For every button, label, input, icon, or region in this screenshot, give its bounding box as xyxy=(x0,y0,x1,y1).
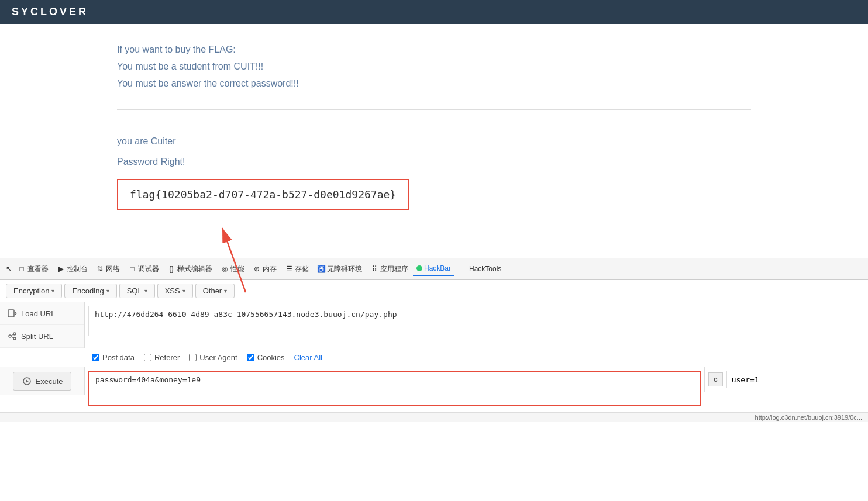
divider xyxy=(117,109,751,110)
status-text: http://log.c3dn.net/buuoj.cn:3919/0c... xyxy=(755,414,862,421)
referer-checkbox[interactable] xyxy=(144,354,151,361)
toolbar-hackbar[interactable]: HackBar xyxy=(413,262,454,276)
encoding-label: Encoding xyxy=(72,286,104,295)
site-title: SYCLOVER xyxy=(12,6,88,18)
style-icon: {} xyxy=(167,265,175,273)
xss-label: XSS xyxy=(165,286,180,295)
cookies-key-label[interactable]: c xyxy=(708,372,723,386)
intro-line3: You must be answer the correct password!… xyxy=(117,75,751,92)
console-icon: ▶ xyxy=(57,265,65,273)
encoding-dropdown-icon: ▾ xyxy=(106,288,109,294)
page-wrapper: SYCLOVER If you want to buy the FLAG: Yo… xyxy=(0,0,868,422)
user-agent-checkbox[interactable] xyxy=(189,354,197,361)
post-data-label: Post data xyxy=(102,353,135,362)
url-input[interactable]: http://476dd264-6610-4d89-a83c-107556657… xyxy=(88,306,864,336)
load-url-button[interactable]: Load URL xyxy=(0,302,84,325)
intro-line1: If you want to buy the FLAG: xyxy=(117,42,751,58)
post-data-checkbox[interactable] xyxy=(92,354,99,361)
toolbar-storage[interactable]: ☰ 存储 xyxy=(281,262,312,277)
xss-button[interactable]: XSS ▾ xyxy=(157,284,193,298)
hacktools-label: HackTools xyxy=(469,265,501,273)
encryption-dropdown-icon: ▾ xyxy=(51,288,54,294)
performance-label: 性能 xyxy=(230,264,244,274)
storage-label: 存储 xyxy=(295,264,309,274)
intro-line2: You must be a student from CUIT!!! xyxy=(117,58,751,75)
main-content: If you want to buy the FLAG: You must be… xyxy=(0,24,868,258)
clear-all-button[interactable]: Clear All xyxy=(294,353,322,362)
load-url-icon xyxy=(7,308,18,319)
referer-option[interactable]: Referer xyxy=(144,353,180,362)
execute-label: Execute xyxy=(36,377,63,386)
post-data-input[interactable]: password=404a&money=1e9 xyxy=(88,371,701,406)
hackbar-panel: Load URL Split URL xyxy=(0,302,868,412)
svg-marker-11 xyxy=(26,379,29,383)
cookies-label: Cookies xyxy=(257,353,285,362)
execute-button[interactable]: Execute xyxy=(13,372,72,391)
load-url-label: Load URL xyxy=(21,309,56,318)
debugger-label: 调试器 xyxy=(138,264,159,274)
flag-box: flag{10205ba2-d707-472a-b527-d0e01d9267a… xyxy=(117,179,409,210)
toolbar-console[interactable]: ▶ 控制台 xyxy=(53,262,91,277)
app-label: 应用程序 xyxy=(380,264,408,274)
url-input-area: http://476dd264-6610-4d89-a83c-107556657… xyxy=(85,302,868,348)
cursor-icon[interactable]: ↖ xyxy=(5,265,13,273)
left-buttons: Load URL Split URL xyxy=(0,302,85,348)
toolbar-accessibility[interactable]: ♿ 无障碍环境 xyxy=(314,262,366,277)
accessibility-icon: ♿ xyxy=(317,265,325,273)
svg-rect-2 xyxy=(8,310,14,317)
toolbar-hacktools[interactable]: — HackTools xyxy=(456,262,505,275)
encryption-button[interactable]: Encryption ▾ xyxy=(6,284,62,298)
accessibility-label: 无障碍环境 xyxy=(327,264,362,274)
app-icon: ⠿ xyxy=(370,265,378,273)
other-dropdown-icon: ▾ xyxy=(224,288,227,294)
user-agent-option[interactable]: User Agent xyxy=(189,353,237,362)
svg-line-3 xyxy=(15,312,16,313)
cookies-area: c xyxy=(704,367,868,392)
encoding-button[interactable]: Encoding ▾ xyxy=(64,284,116,298)
network-label: 网络 xyxy=(106,264,120,274)
hackbar-label: HackBar xyxy=(424,264,451,272)
cookies-value-input[interactable] xyxy=(726,371,864,388)
hackbar-dot-icon xyxy=(416,265,422,271)
split-url-button[interactable]: Split URL xyxy=(0,325,84,348)
hacktools-icon: — xyxy=(459,265,467,273)
toolbar-style-editor[interactable]: {} 样式编辑器 xyxy=(164,262,216,277)
svg-line-8 xyxy=(11,334,13,336)
cookies-checkbox[interactable] xyxy=(247,354,254,361)
toolbar-debugger[interactable]: □ 调试器 xyxy=(125,262,163,277)
svg-point-5 xyxy=(9,335,11,337)
user-agent-label: User Agent xyxy=(199,353,237,362)
svg-point-6 xyxy=(13,333,16,335)
svg-line-4 xyxy=(15,313,16,315)
sql-button[interactable]: SQL ▾ xyxy=(119,284,155,298)
status-bar: http://log.c3dn.net/buuoj.cn:3919/0c... xyxy=(0,412,868,422)
storage-icon: ☰ xyxy=(285,265,293,273)
memory-icon: ⊕ xyxy=(253,265,261,273)
inspector-icon: □ xyxy=(18,265,26,273)
post-data-option[interactable]: Post data xyxy=(92,353,135,362)
debugger-icon: □ xyxy=(128,265,136,273)
other-button[interactable]: Other ▾ xyxy=(195,284,235,298)
result-line2: Password Right! xyxy=(117,154,751,171)
style-label: 样式编辑器 xyxy=(177,264,212,274)
split-url-icon xyxy=(7,331,18,341)
network-icon: ⇅ xyxy=(96,265,104,273)
hack-toolbar: Encryption ▾ Encoding ▾ SQL ▾ XSS ▾ Othe… xyxy=(0,280,868,302)
split-url-label: Split URL xyxy=(21,332,53,341)
cookies-option[interactable]: Cookies xyxy=(247,353,285,362)
execute-icon xyxy=(22,376,32,386)
post-data-area: password=404a&money=1e9 xyxy=(85,367,704,412)
svg-point-7 xyxy=(13,337,16,340)
performance-icon: ◎ xyxy=(221,265,229,273)
toolbar-inspector[interactable]: □ 查看器 xyxy=(14,262,52,277)
header-bar: SYCLOVER xyxy=(0,0,868,24)
toolbar-performance[interactable]: ◎ 性能 xyxy=(217,262,248,277)
console-label: 控制台 xyxy=(67,264,88,274)
options-row: Post data Referer User Agent Cookies Cle… xyxy=(85,348,868,367)
toolbar-app[interactable]: ⠿ 应用程序 xyxy=(367,262,412,277)
result-line1: you are Cuiter xyxy=(117,133,751,150)
memory-label: 内存 xyxy=(263,264,277,274)
toolbar-memory[interactable]: ⊕ 内存 xyxy=(249,262,280,277)
xss-dropdown-icon: ▾ xyxy=(182,288,185,294)
toolbar-network[interactable]: ⇅ 网络 xyxy=(92,262,123,277)
